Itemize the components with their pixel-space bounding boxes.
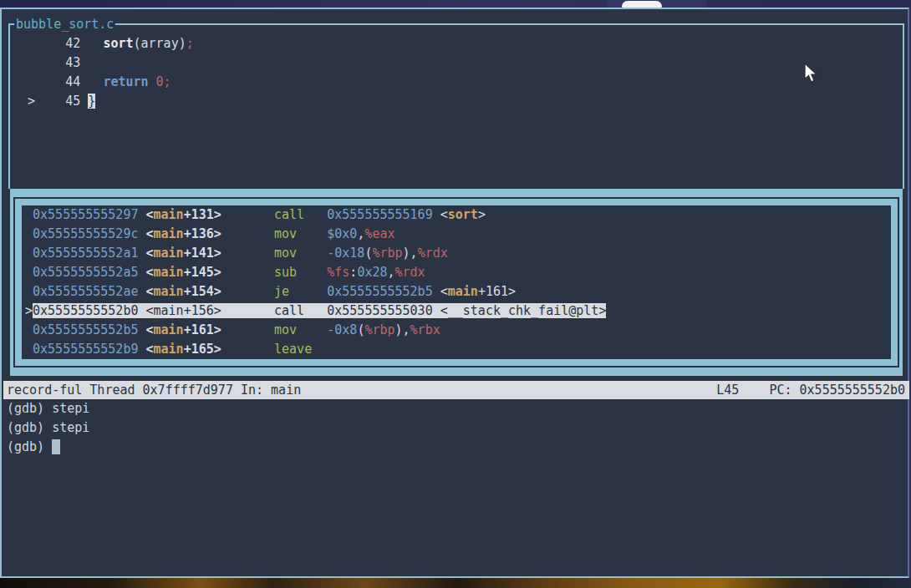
source-line: 42 sort(array); [13, 34, 903, 53]
gdb-console[interactable]: (gdb) stepi(gdb) stepi(gdb) [3, 399, 909, 457]
source-window: bubble_sort.c 42 sort(array); 43 44 retu… [8, 23, 904, 189]
asm-row: 0x555555555297 <main+131> call 0x5555555… [25, 205, 891, 225]
asm-row: 0x5555555552a5 <main+145> sub %fs:0x28,%… [25, 263, 891, 282]
mouse-cursor-icon [804, 63, 818, 84]
desktop-wallpaper-logo [622, 1, 662, 8]
desktop-top-strip [0, 0, 911, 8]
source-window-title: bubble_sort.c [14, 17, 115, 33]
console-history-line: (gdb) stepi [3, 418, 909, 438]
terminal-cursor[interactable] [52, 439, 60, 454]
source-line-current: > 45 } [13, 92, 903, 111]
status-thread-info: record-ful Thread 0x7ffff7d977 In: main [7, 381, 301, 399]
asm-row-current-pc: >0x5555555552b0 <main+156> call 0x555555… [25, 302, 891, 321]
asm-row: 0x5555555552b5 <main+161> mov -0x8(%rbp)… [25, 321, 891, 340]
asm-row: 0x55555555529c <main+136> mov $0x0,%eax [25, 225, 891, 244]
asm-row: 0x5555555552a1 <main+141> mov -0x18(%rbp… [25, 244, 891, 263]
console-history-line: (gdb) stepi [3, 399, 909, 418]
asm-row: 0x5555555552b9 <main+165> leave [25, 340, 891, 359]
assembly-listing: 0x555555555297 <main+131> call 0x5555555… [22, 205, 891, 359]
source-line: 44 return 0; [13, 73, 903, 92]
status-bar: record-ful Thread 0x7ffff7d977 In: main … [3, 381, 909, 399]
console-prompt-line[interactable]: (gdb) [3, 438, 909, 457]
asm-row: 0x5555555552ae <main+154> je 0x555555555… [25, 282, 891, 302]
gdb-prompt: (gdb) [7, 439, 52, 454]
status-line-pc-info: L45 PC: 0x5555555552b0 [716, 381, 905, 399]
assembly-window: 0x555555555297 <main+131> call 0x5555555… [10, 189, 903, 376]
source-code: 42 sort(array); 43 44 return 0; > 45 } [10, 25, 903, 111]
terminal-window: bubble_sort.c 42 sort(array); 43 44 retu… [0, 8, 909, 578]
assembly-window-inner-frame: 0x555555555297 <main+131> call 0x5555555… [13, 197, 899, 368]
source-line: 43 [13, 53, 903, 73]
desktop-bottom-strip [0, 578, 911, 588]
